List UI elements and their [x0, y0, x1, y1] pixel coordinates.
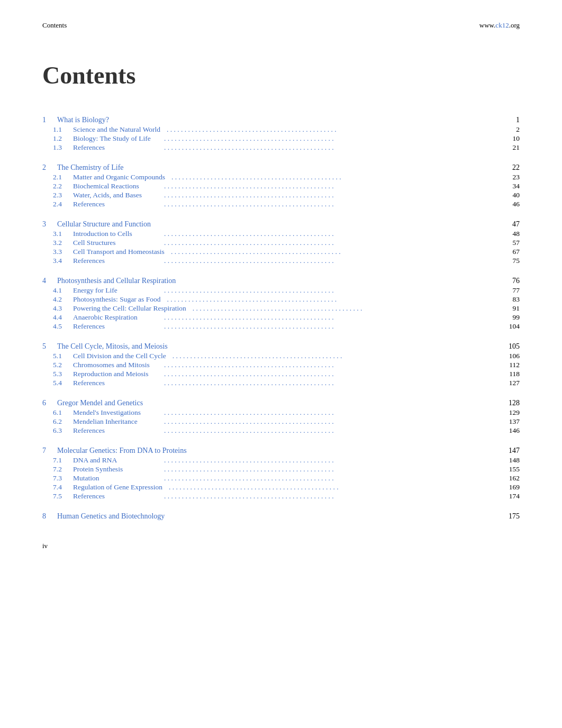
section-dots-6.2: . . . . . . . . . . . . . . . . . . . . …	[164, 417, 503, 426]
section-row-6.1: 6.1Mendel's Investigations. . . . . . . …	[42, 408, 520, 417]
section-title-5.2[interactable]: Chromosomes and Mitosis	[73, 361, 158, 369]
section-num-7.5: 7.5	[53, 492, 69, 501]
section-page-7.1: 148	[505, 456, 520, 465]
chapter-2: 2The Chemistry of Life222.1Matter and Or…	[42, 163, 520, 208]
section-page-4.5: 104	[505, 322, 520, 331]
section-num-4.3: 4.3	[53, 304, 69, 313]
section-num-3.4: 3.4	[53, 257, 69, 265]
section-title-7.3[interactable]: Mutation	[73, 474, 158, 483]
section-title-6.2[interactable]: Mendelian Inheritance	[73, 417, 158, 426]
section-num-5.2: 5.2	[53, 361, 69, 369]
chapter-title-7[interactable]: Molecular Genetics: From DNA to Proteins	[57, 447, 187, 455]
section-row-4.5: 4.5References. . . . . . . . . . . . . .…	[42, 322, 520, 331]
section-num-7.2: 7.2	[53, 465, 69, 474]
chapter-row-1: 1What is Biology?1	[42, 116, 520, 124]
section-dots-2.2: . . . . . . . . . . . . . . . . . . . . …	[164, 182, 503, 190]
chapter-num-6: 6	[42, 399, 53, 407]
section-page-7.4: 169	[505, 483, 520, 492]
section-dots-4.2: . . . . . . . . . . . . . . . . . . . . …	[167, 295, 503, 304]
section-num-7.3: 7.3	[53, 474, 69, 483]
section-title-6.3[interactable]: References	[73, 426, 158, 435]
chapter-num-1: 1	[42, 116, 53, 124]
chapter-num-8: 8	[42, 512, 53, 521]
section-row-3.2: 3.2Cell Structures. . . . . . . . . . . …	[42, 239, 520, 247]
section-dots-5.3: . . . . . . . . . . . . . . . . . . . . …	[164, 370, 503, 378]
section-title-2.2[interactable]: Biochemical Reactions	[73, 182, 158, 190]
section-num-2.4: 2.4	[53, 200, 69, 208]
section-title-1.3[interactable]: References	[73, 143, 158, 152]
section-num-2.3: 2.3	[53, 191, 69, 199]
section-title-2.4[interactable]: References	[73, 200, 158, 208]
section-num-3.3: 3.3	[53, 248, 69, 256]
section-row-7.2: 7.2Protein Synthesis. . . . . . . . . . …	[42, 465, 520, 474]
chapter-title-3[interactable]: Cellular Structure and Function	[57, 220, 151, 229]
chapter-5: 5The Cell Cycle, Mitosis, and Meiosis105…	[42, 342, 520, 387]
section-title-3.1[interactable]: Introduction to Cells	[73, 230, 158, 238]
section-title-4.3[interactable]: Powering the Cell: Cellular Respiration	[73, 304, 186, 313]
section-title-6.1[interactable]: Mendel's Investigations	[73, 408, 158, 417]
chapter-3: 3Cellular Structure and Function473.1Int…	[42, 220, 520, 265]
section-title-7.2[interactable]: Protein Synthesis	[73, 465, 158, 474]
section-num-6.1: 6.1	[53, 408, 69, 417]
section-page-5.1: 106	[505, 352, 520, 360]
chapter-title-6[interactable]: Gregor Mendel and Genetics	[57, 399, 143, 407]
section-page-6.1: 129	[505, 408, 520, 417]
page-title: Contents	[42, 61, 520, 89]
section-title-4.2[interactable]: Photosynthesis: Sugar as Food	[73, 295, 160, 304]
section-title-4.1[interactable]: Energy for Life	[73, 286, 158, 295]
section-dots-4.1: . . . . . . . . . . . . . . . . . . . . …	[164, 286, 503, 295]
section-num-4.2: 4.2	[53, 295, 69, 304]
section-page-2.3: 40	[505, 191, 520, 199]
section-num-2.2: 2.2	[53, 182, 69, 190]
section-title-1.2[interactable]: Biology: The Study of Life	[73, 134, 158, 143]
chapter-title-4[interactable]: Photosynthesis and Cellular Respiration	[57, 277, 176, 285]
section-row-5.2: 5.2Chromosomes and Mitosis. . . . . . . …	[42, 361, 520, 369]
section-title-4.5[interactable]: References	[73, 322, 158, 331]
section-title-5.1[interactable]: Cell Division and the Cell Cycle	[73, 352, 166, 360]
section-page-7.3: 162	[505, 474, 520, 483]
section-title-3.4[interactable]: References	[73, 257, 158, 265]
chapter-title-5[interactable]: The Cell Cycle, Mitosis, and Meiosis	[57, 342, 168, 351]
chapter-title-1[interactable]: What is Biology?	[57, 116, 109, 124]
section-title-2.3[interactable]: Water, Acids, and Bases	[73, 191, 158, 199]
section-title-7.1[interactable]: DNA and RNA	[73, 456, 158, 465]
section-row-7.3: 7.3Mutation. . . . . . . . . . . . . . .…	[42, 474, 520, 483]
chapter-8: 8Human Genetics and Biotechnology175	[42, 512, 520, 521]
section-dots-4.3: . . . . . . . . . . . . . . . . . . . . …	[193, 304, 503, 313]
header-left: Contents	[42, 21, 67, 30]
chapter-row-5: 5The Cell Cycle, Mitosis, and Meiosis105	[42, 342, 520, 351]
section-row-1.1: 1.1Science and the Natural World. . . . …	[42, 125, 520, 134]
section-title-1.1[interactable]: Science and the Natural World	[73, 125, 160, 134]
section-title-5.4[interactable]: References	[73, 379, 158, 387]
section-dots-2.1: . . . . . . . . . . . . . . . . . . . . …	[171, 173, 503, 181]
section-num-3.2: 3.2	[53, 239, 69, 247]
section-num-4.4: 4.4	[53, 313, 69, 322]
section-title-7.5[interactable]: References	[73, 492, 158, 501]
section-title-5.3[interactable]: Reproduction and Meiosis	[73, 370, 158, 378]
section-dots-5.4: . . . . . . . . . . . . . . . . . . . . …	[164, 379, 503, 387]
chapter-title-8[interactable]: Human Genetics and Biotechnology	[57, 512, 165, 521]
section-num-7.1: 7.1	[53, 456, 69, 465]
section-row-7.5: 7.5References. . . . . . . . . . . . . .…	[42, 492, 520, 501]
section-title-4.4[interactable]: Anaerobic Respiration	[73, 313, 158, 322]
section-dots-3.1: . . . . . . . . . . . . . . . . . . . . …	[164, 230, 503, 238]
header-right-prefix: www.	[479, 21, 496, 29]
section-row-3.3: 3.3Cell Transport and Homeostasis. . . .…	[42, 248, 520, 256]
section-title-3.3[interactable]: Cell Transport and Homeostasis	[73, 248, 165, 256]
section-row-7.4: 7.4Regulation of Gene Expression. . . . …	[42, 483, 520, 492]
chapter-6: 6Gregor Mendel and Genetics1286.1Mendel'…	[42, 399, 520, 435]
section-dots-6.1: . . . . . . . . . . . . . . . . . . . . …	[164, 408, 503, 417]
section-title-3.2[interactable]: Cell Structures	[73, 239, 158, 247]
section-page-1.1: 2	[505, 125, 520, 134]
section-dots-5.1: . . . . . . . . . . . . . . . . . . . . …	[173, 352, 503, 360]
section-page-6.2: 137	[505, 417, 520, 426]
chapter-title-2[interactable]: The Chemistry of Life	[57, 163, 124, 172]
chapter-num-4: 4	[42, 277, 53, 285]
section-title-7.4[interactable]: Regulation of Gene Expression	[73, 483, 162, 492]
section-title-2.1[interactable]: Matter and Organic Compounds	[73, 173, 165, 181]
section-page-7.5: 174	[505, 492, 520, 501]
section-page-3.3: 67	[505, 248, 520, 256]
chapter-page-2: 22	[504, 163, 520, 172]
section-row-5.3: 5.3Reproduction and Meiosis. . . . . . .…	[42, 370, 520, 378]
header-brand: ck12	[495, 21, 509, 29]
